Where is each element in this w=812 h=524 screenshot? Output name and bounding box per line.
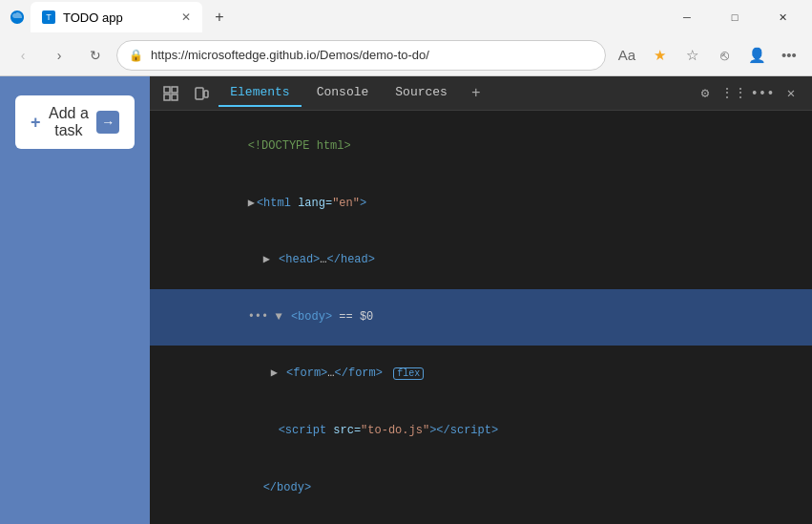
title-bar: T TODO app ✕ + ─ □ ✕: [0, 0, 812, 34]
address-bar[interactable]: 🔒 https://microsoftedge.github.io/Demos/…: [116, 40, 606, 71]
profile-button[interactable]: 👤: [741, 40, 772, 71]
body-close-line[interactable]: </body>: [150, 459, 812, 516]
device-emulation-button[interactable]: [188, 80, 215, 107]
sources-tab[interactable]: Sources: [384, 79, 459, 107]
reader-mode-button[interactable]: Aa: [612, 40, 642, 71]
svg-rect-1: [172, 87, 177, 93]
devtools-close-button[interactable]: ✕: [778, 80, 804, 107]
back-button[interactable]: ‹: [8, 40, 38, 71]
svg-rect-3: [172, 94, 177, 100]
nav-actions: Aa ★ ☆ ⎋ 👤 •••: [612, 40, 804, 71]
settings-button[interactable]: •••: [774, 40, 804, 71]
console-tab[interactable]: Console: [305, 79, 381, 107]
edge-icon: [8, 8, 27, 27]
html-tree: <!DOCTYPE html> ▶<html lang="en"> ▶ <hea…: [150, 111, 812, 524]
add-task-button[interactable]: + Add a task →: [15, 95, 135, 149]
main-area: + Add a task →: [0, 76, 812, 524]
minimize-button[interactable]: ─: [665, 2, 709, 32]
elements-tab[interactable]: Elements: [219, 79, 301, 107]
tab-title: TODO app: [63, 10, 174, 25]
html-tag-line[interactable]: ▶<html lang="en">: [150, 176, 812, 233]
head-tag-line[interactable]: ▶ <head>…</head>: [150, 232, 812, 289]
devtools-settings-button[interactable]: ⚙: [692, 80, 718, 107]
devtools-toolbar-right: ⚙ ⋮⋮ ••• ✕: [692, 80, 804, 107]
close-button[interactable]: ✕: [760, 2, 804, 32]
arrow-icon: →: [96, 111, 119, 134]
devtools-focus-button[interactable]: ⋮⋮: [720, 80, 747, 107]
svg-rect-0: [164, 87, 170, 93]
svg-rect-4: [196, 88, 203, 99]
script-tag-line[interactable]: <script src="to-do.js"></script>: [150, 403, 812, 460]
collections-button[interactable]: ☆: [677, 40, 707, 71]
forward-button[interactable]: ›: [44, 40, 74, 71]
doctype-line[interactable]: <!DOCTYPE html>: [150, 118, 812, 176]
url-display: https://microsoftedge.github.io/Demos/de…: [151, 48, 429, 62]
add-task-label: Add a task: [49, 105, 90, 139]
svg-rect-5: [204, 91, 208, 97]
plus-icon: +: [31, 113, 41, 133]
window-controls: ─ □ ✕: [665, 2, 804, 32]
body-tag-line[interactable]: ••• ▼ <body> == $0: [150, 289, 812, 346]
share-button[interactable]: ⎋: [709, 40, 739, 71]
maximize-button[interactable]: □: [713, 2, 757, 32]
lock-icon: 🔒: [129, 49, 143, 62]
tab-favicon: T: [42, 10, 55, 24]
devtools-more-button[interactable]: •••: [749, 80, 776, 107]
refresh-button[interactable]: ↻: [80, 40, 111, 71]
svg-rect-2: [164, 94, 170, 100]
inspect-element-button[interactable]: [157, 80, 184, 107]
devtools-body: <!DOCTYPE html> ▶<html lang="en"> ▶ <hea…: [150, 111, 812, 524]
devtools-toolbar: Elements Console Sources + ⚙ ⋮⋮ ••• ✕: [150, 76, 812, 111]
nav-bar: ‹ › ↻ 🔒 https://microsoftedge.github.io/…: [0, 34, 812, 76]
browser-window: T TODO app ✕ + ─ □ ✕ ‹ › ↻ 🔒 https://mic…: [0, 0, 812, 524]
page-content: + Add a task →: [0, 76, 150, 524]
html-close-line[interactable]: </html>: [150, 516, 812, 524]
new-tab-button[interactable]: +: [206, 4, 233, 31]
favorites-button[interactable]: ★: [644, 40, 675, 71]
more-tabs-button[interactable]: +: [463, 80, 489, 107]
form-tag-line[interactable]: ▶ <form>…</form> flex: [150, 346, 812, 403]
tab-close-button[interactable]: ✕: [181, 10, 191, 24]
devtools-panel: Elements Console Sources + ⚙ ⋮⋮ ••• ✕ <!…: [150, 76, 812, 524]
active-tab[interactable]: T TODO app ✕: [31, 2, 202, 32]
